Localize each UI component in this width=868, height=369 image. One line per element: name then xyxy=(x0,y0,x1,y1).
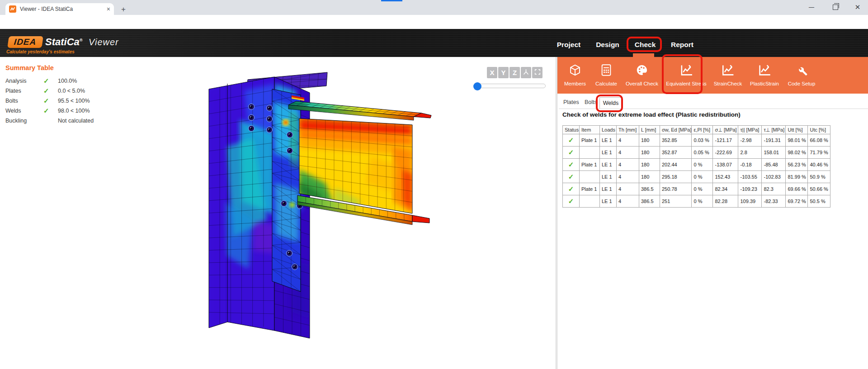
nav-check[interactable]: Check xyxy=(632,39,659,51)
summary-row-bolts: Bolts✓95.5 < 100% xyxy=(5,96,118,106)
table-cell: 295.18 xyxy=(660,171,692,183)
table-row: ✓LE 14386.52510 %82.28109.39-82.3369.72 … xyxy=(563,195,830,208)
nav-design[interactable]: Design xyxy=(593,39,622,51)
column-header: σ⊥ [MPa] xyxy=(713,126,738,134)
viewer-canvas[interactable]: Summary Table Analysis✓100.0% Plates✓0.0… xyxy=(0,57,556,369)
table-row: ✓LE 14180295.180 %152.43-103.55-102.8381… xyxy=(563,171,830,183)
table-cell: 2.8 xyxy=(738,147,762,159)
table-cell: -121.17 xyxy=(713,134,738,147)
table-cell: 352.85 xyxy=(660,134,692,147)
nav-project[interactable]: Project xyxy=(554,39,584,51)
table-cell: 180 xyxy=(639,159,660,171)
browser-toolbar: staging3.viewer.ideastatica.com/Connecti… xyxy=(0,15,868,29)
table-cell: 152.43 xyxy=(713,171,738,183)
ribbon-overall-check[interactable]: Overall Check xyxy=(626,62,658,86)
table-cell: LE 1 xyxy=(600,159,617,171)
table-cell: 4 xyxy=(617,147,639,159)
ribbon-calculate[interactable]: Calculate xyxy=(595,62,617,86)
column-header: Th [mm] xyxy=(617,126,639,134)
cube-icon xyxy=(569,62,581,79)
table-cell: LE 1 xyxy=(600,147,617,159)
table-cell xyxy=(580,195,600,208)
tab-welds[interactable]: Welds xyxy=(599,97,622,109)
summary-table-title: Summary Table xyxy=(5,64,54,71)
wrench-icon xyxy=(796,62,808,79)
table-cell: 0 % xyxy=(692,195,713,208)
ribbon-straincheck[interactable]: StrainCheck xyxy=(714,62,742,86)
table-cell: 82.28 xyxy=(713,195,738,208)
table-cell: Plate 1 xyxy=(580,159,600,171)
nav-report[interactable]: Report xyxy=(668,39,696,51)
ribbon-equivalent-stress[interactable]: Equivalent Stress xyxy=(666,62,707,86)
table-cell: 180 xyxy=(639,147,660,159)
table-cell: 0 % xyxy=(692,159,713,171)
page-loading-strip xyxy=(381,0,402,1)
table-row: ✓Plate 1LE 14386.5250.780 %82.34-109.238… xyxy=(563,183,830,195)
statica-wordmark: StatiCa® xyxy=(45,36,82,48)
deformation-slider[interactable] xyxy=(474,84,546,88)
column-header: Item xyxy=(580,126,600,134)
panel-splitter[interactable] xyxy=(556,57,557,369)
pass-check-icon: ✓ xyxy=(568,161,574,168)
table-cell: 4 xyxy=(617,195,639,208)
table-cell: 109.39 xyxy=(738,195,762,208)
table-cell: 69.72 % xyxy=(786,195,808,208)
view-isometric-button[interactable] xyxy=(521,67,531,78)
table-cell: LE 1 xyxy=(600,171,617,183)
table-cell: -85.48 xyxy=(762,159,786,171)
pass-check-icon: ✓ xyxy=(568,173,574,180)
slider-thumb[interactable] xyxy=(473,82,481,90)
ribbon-members[interactable]: Members xyxy=(564,62,586,86)
table-cell: 71.79 % xyxy=(808,147,830,159)
summary-row-analysis: Analysis✓100.0% xyxy=(5,76,118,86)
window-close-button[interactable]: ✕ xyxy=(847,0,868,14)
check-icon: ✓ xyxy=(43,107,58,115)
table-row: ✓Plate 1LE 14180352.850.03 %-121.17-2.98… xyxy=(563,134,830,147)
palette-icon xyxy=(636,62,648,79)
browser-tab[interactable]: Viewer - IDEA StatiCa × xyxy=(5,3,114,15)
table-row: ✓LE 14180352.870.05 %-222.692.8158.0198.… xyxy=(563,147,830,159)
column-header: Utt [%] xyxy=(786,126,808,134)
fit-view-button[interactable] xyxy=(532,67,542,78)
table-cell: 81.99 % xyxy=(786,171,808,183)
beam-bottom-flange-tip xyxy=(412,215,429,223)
browser-tab-bar: Viewer - IDEA StatiCa × + — ✕ xyxy=(0,0,868,15)
fem-model-3d[interactable] xyxy=(199,66,439,364)
column-header: Utc [%] xyxy=(808,126,830,134)
pass-check-icon: ✓ xyxy=(568,185,574,193)
app-header: IDEA StatiCa® Viewer Calculate yesterday… xyxy=(0,29,868,57)
table-cell: 50.9 % xyxy=(808,171,830,183)
chart-icon xyxy=(679,62,693,79)
tab-close-icon[interactable]: × xyxy=(107,6,110,12)
table-cell: -2.98 xyxy=(738,134,762,147)
table-cell: Plate 1 xyxy=(580,183,600,195)
view-y-button[interactable]: Y xyxy=(498,67,509,78)
product-name: Viewer xyxy=(89,37,119,47)
column-front-flange xyxy=(209,77,274,331)
restore-icon xyxy=(833,5,838,10)
table-cell: -191.31 xyxy=(762,134,786,147)
table-cell: 40.46 % xyxy=(808,159,830,171)
new-tab-button[interactable]: + xyxy=(118,5,128,14)
column-header: σw, Ed [MPa] xyxy=(660,126,692,134)
table-cell: 251 xyxy=(660,195,692,208)
table-cell: 98.01 % xyxy=(786,134,808,147)
tab-bolts[interactable]: Bolts xyxy=(584,99,598,105)
view-x-button[interactable]: X xyxy=(487,67,497,78)
chart-icon xyxy=(721,62,735,79)
table-cell: 4 xyxy=(617,159,639,171)
view-z-button[interactable]: Z xyxy=(509,67,520,78)
status-cell: ✓ xyxy=(563,147,580,159)
status-cell: ✓ xyxy=(563,159,580,171)
table-cell: Plate 1 xyxy=(580,134,600,147)
ribbon-code-setup[interactable]: Code Setup xyxy=(788,62,816,86)
tab-plates[interactable]: Plates xyxy=(562,99,580,105)
summary-row-buckling: BucklingNot calculated xyxy=(5,116,118,126)
table-cell: 386.5 xyxy=(639,183,660,195)
ribbon-plasticstrain[interactable]: PlasticStrain xyxy=(750,62,779,86)
window-minimize-button[interactable]: — xyxy=(801,0,822,14)
table-cell: 202.44 xyxy=(660,159,692,171)
window-restore-button[interactable] xyxy=(825,0,846,14)
table-cell: -102.83 xyxy=(762,171,786,183)
table-cell: -103.55 xyxy=(738,171,762,183)
